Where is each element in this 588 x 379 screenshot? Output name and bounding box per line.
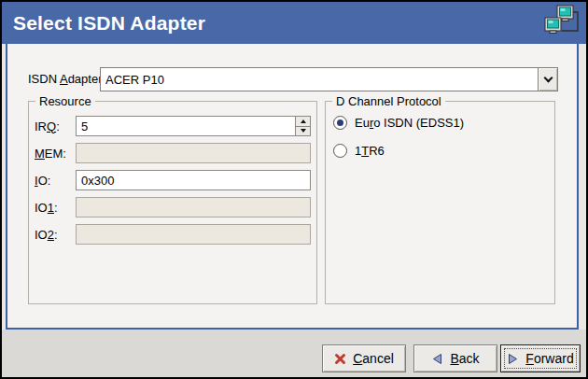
page-title: Select ISDN Adapter — [13, 12, 205, 35]
triangle-down-icon — [301, 129, 306, 133]
spin-down-button[interactable] — [296, 127, 310, 136]
1tr6-label: 1TR6 — [355, 144, 385, 158]
network-computers-icon — [544, 5, 580, 40]
irq-spinner[interactable] — [76, 116, 311, 136]
radio-1tr6[interactable]: 1TR6 — [333, 143, 547, 159]
io2-field — [76, 224, 311, 245]
io-row: IO: — [35, 170, 311, 190]
forward-button-label: Forward — [525, 351, 573, 366]
back-button-label: Back — [450, 351, 479, 366]
forward-button[interactable]: Forward — [500, 344, 581, 372]
radio-button-unselected — [333, 144, 347, 158]
back-button[interactable]: Back — [413, 344, 497, 372]
io1-row: IO1: — [35, 197, 311, 218]
arrow-right-icon — [507, 353, 519, 365]
cancel-button-label: Cancel — [353, 351, 394, 366]
dialog-button-bar: Cancel Back Forward — [2, 330, 586, 377]
mem-row: MEM: — [35, 143, 311, 163]
io-label: IO: — [35, 174, 76, 188]
select-isdn-adapter-dialog: Select ISDN Adapter ISDN Adapters: — [0, 0, 588, 379]
red-x-icon — [334, 353, 346, 365]
resource-fields: IRQ: MEM: IO: — [29, 102, 316, 303]
spin-up-button[interactable] — [296, 117, 310, 127]
d-channel-protocol-group: D Channel Protocol Euro ISDN (EDSS1) 1TR… — [325, 101, 555, 304]
protocol-options: Euro ISDN (EDSS1) 1TR6 — [326, 102, 554, 303]
io2-row: IO2: — [35, 224, 311, 245]
isdn-adapter-value-input[interactable] — [101, 68, 538, 91]
radio-euro-isdn[interactable]: Euro ISDN (EDSS1) — [333, 115, 547, 131]
chevron-down-icon — [543, 74, 553, 83]
cancel-button[interactable]: Cancel — [322, 344, 406, 372]
resource-group: Resource IRQ: MEM: — [28, 101, 317, 304]
content-panel: ISDN Adapters: Resource IRQ: — [6, 44, 579, 330]
isdn-adapter-combobox[interactable] — [100, 67, 558, 91]
mem-field — [76, 143, 311, 163]
io2-label: IO2: — [35, 228, 76, 242]
arrow-left-icon — [431, 353, 443, 365]
io-input[interactable] — [77, 171, 310, 190]
dialog-header: Select ISDN Adapter — [2, 2, 586, 44]
irq-label: IRQ: — [35, 119, 76, 133]
irq-row: IRQ: — [35, 116, 311, 136]
io1-input — [77, 198, 310, 217]
triangle-up-icon — [301, 119, 306, 123]
combo-dropdown-button[interactable] — [538, 68, 557, 91]
mem-input — [77, 144, 310, 162]
io1-label: IO1: — [35, 201, 76, 215]
io-field[interactable] — [76, 170, 311, 190]
io2-input — [77, 225, 310, 244]
euro-isdn-label: Euro ISDN (EDSS1) — [355, 116, 464, 130]
irq-spin-buttons — [295, 117, 310, 135]
radio-button-selected — [333, 116, 347, 130]
irq-input[interactable] — [77, 117, 295, 135]
io1-field — [76, 197, 311, 218]
radio-dot — [337, 119, 343, 126]
mem-label: MEM: — [35, 147, 76, 161]
